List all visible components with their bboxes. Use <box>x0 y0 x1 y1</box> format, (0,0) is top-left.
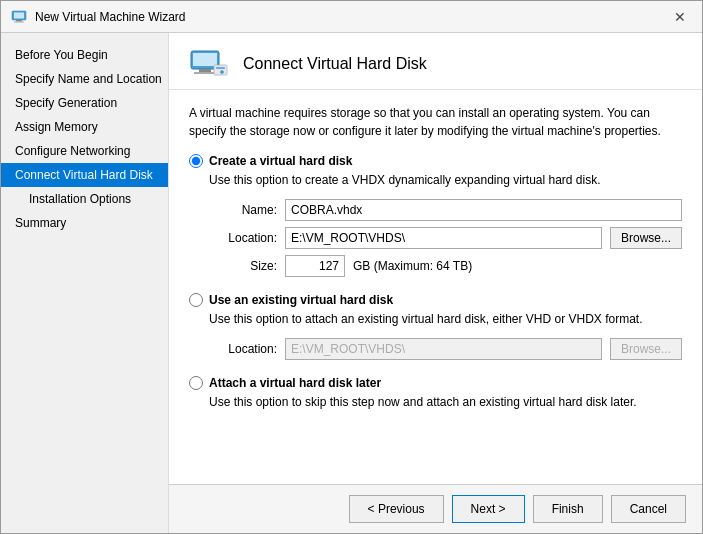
panel-body: A virtual machine requires storage so th… <box>169 90 702 484</box>
use-existing-label[interactable]: Use an existing virtual hard disk <box>209 293 393 307</box>
use-existing-form: Location: Browse... <box>209 338 682 360</box>
close-button[interactable]: ✕ <box>668 8 692 26</box>
location-row: Location: Browse... <box>209 227 682 249</box>
intro-text: A virtual machine requires storage so th… <box>189 104 682 140</box>
use-existing-desc: Use this option to attach an existing vi… <box>209 311 682 328</box>
previous-button[interactable]: < Previous <box>349 495 444 523</box>
svg-rect-8 <box>214 65 227 75</box>
svg-rect-9 <box>216 67 225 69</box>
option-create-vhd: Create a virtual hard disk Use this opti… <box>189 154 682 277</box>
size-label: Size: <box>209 259 277 273</box>
svg-point-10 <box>221 71 224 74</box>
footer: < Previous Next > Finish Cancel <box>169 484 702 533</box>
window-icon <box>11 9 27 25</box>
main-panel: Connect Virtual Hard Disk A virtual mach… <box>169 33 702 533</box>
svg-rect-6 <box>199 69 211 72</box>
content-area: Before You BeginSpecify Name and Locatio… <box>1 33 702 533</box>
svg-rect-7 <box>194 72 216 74</box>
svg-rect-3 <box>14 21 24 22</box>
sidebar-item-specify-name[interactable]: Specify Name and Location <box>1 67 168 91</box>
name-label: Name: <box>209 203 277 217</box>
size-row: Size: GB (Maximum: 64 TB) <box>209 255 682 277</box>
existing-location-input[interactable] <box>285 338 602 360</box>
name-input[interactable] <box>285 199 682 221</box>
option-use-existing: Use an existing virtual hard disk Use th… <box>189 293 682 360</box>
sidebar-item-configure-networking[interactable]: Configure Networking <box>1 139 168 163</box>
panel-title: Connect Virtual Hard Disk <box>243 55 427 73</box>
create-vhd-label[interactable]: Create a virtual hard disk <box>209 154 352 168</box>
create-vhd-radio[interactable] <box>189 154 203 168</box>
attach-later-radio-row: Attach a virtual hard disk later <box>189 376 682 390</box>
option-attach-later: Attach a virtual hard disk later Use thi… <box>189 376 682 411</box>
sidebar-item-summary[interactable]: Summary <box>1 211 168 235</box>
use-existing-radio[interactable] <box>189 293 203 307</box>
sidebar-item-installation-options[interactable]: Installation Options <box>1 187 168 211</box>
sidebar: Before You BeginSpecify Name and Locatio… <box>1 33 169 533</box>
window-title: New Virtual Machine Wizard <box>35 10 186 24</box>
name-row: Name: <box>209 199 682 221</box>
next-button[interactable]: Next > <box>452 495 525 523</box>
existing-location-label: Location: <box>209 342 277 356</box>
cancel-button[interactable]: Cancel <box>611 495 686 523</box>
panel-header-icon <box>189 49 229 79</box>
use-existing-radio-row: Use an existing virtual hard disk <box>189 293 682 307</box>
wizard-window: New Virtual Machine Wizard ✕ Before You … <box>0 0 703 534</box>
attach-later-label[interactable]: Attach a virtual hard disk later <box>209 376 381 390</box>
size-input[interactable] <box>285 255 345 277</box>
panel-header: Connect Virtual Hard Disk <box>169 33 702 90</box>
create-vhd-form: Name: Location: Browse... Size: <box>209 199 682 277</box>
sidebar-item-before-you-begin[interactable]: Before You Begin <box>1 43 168 67</box>
location-label: Location: <box>209 231 277 245</box>
size-input-group: GB (Maximum: 64 TB) <box>285 255 472 277</box>
browse-button[interactable]: Browse... <box>610 227 682 249</box>
sidebar-item-assign-memory[interactable]: Assign Memory <box>1 115 168 139</box>
svg-rect-1 <box>14 12 24 18</box>
title-bar: New Virtual Machine Wizard ✕ <box>1 1 702 33</box>
title-bar-left: New Virtual Machine Wizard <box>11 9 186 25</box>
location-input[interactable] <box>285 227 602 249</box>
svg-rect-2 <box>16 20 22 22</box>
existing-browse-button[interactable]: Browse... <box>610 338 682 360</box>
create-vhd-radio-row: Create a virtual hard disk <box>189 154 682 168</box>
sidebar-item-specify-generation[interactable]: Specify Generation <box>1 91 168 115</box>
sidebar-item-connect-vhd[interactable]: Connect Virtual Hard Disk <box>1 163 168 187</box>
existing-location-row: Location: Browse... <box>209 338 682 360</box>
finish-button[interactable]: Finish <box>533 495 603 523</box>
svg-rect-5 <box>193 53 217 66</box>
attach-later-radio[interactable] <box>189 376 203 390</box>
attach-later-desc: Use this option to skip this step now an… <box>209 394 682 411</box>
size-hint: GB (Maximum: 64 TB) <box>353 259 472 273</box>
create-vhd-desc: Use this option to create a VHDX dynamic… <box>209 172 682 189</box>
